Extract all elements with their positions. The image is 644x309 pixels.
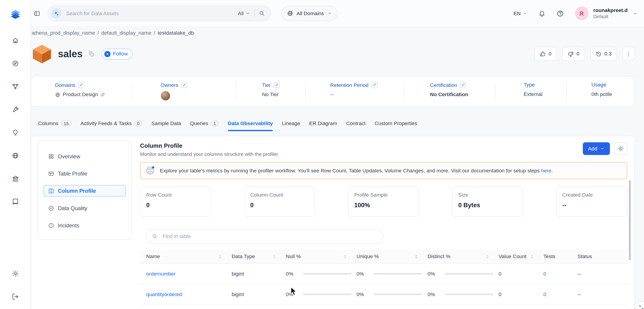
meta-divider xyxy=(566,81,567,102)
follow-star-icon xyxy=(104,51,110,57)
breadcrumb-service[interactable]: athena_prod_display_name xyxy=(32,30,95,36)
subnav-table-profile[interactable]: Table Profile xyxy=(44,168,126,179)
tab-custom-properties[interactable]: Custom Properties xyxy=(375,117,417,130)
data-assets-icon[interactable] xyxy=(12,83,19,90)
subnav-data-quality[interactable]: Data Quality xyxy=(44,202,126,214)
tab-badge: 15 xyxy=(61,120,72,127)
follow-button[interactable]: Follow xyxy=(102,48,133,60)
search-input[interactable] xyxy=(65,10,238,17)
tab-data-observability[interactable]: Data Observability xyxy=(228,117,273,130)
tab-label: Sample Data xyxy=(152,117,181,130)
column-name-link[interactable]: ordernumber xyxy=(146,271,176,276)
entity-tabs: Columns 15 Activity Feeds & Tasks 0 Samp… xyxy=(38,117,417,130)
sidebar-toggle-icon[interactable] xyxy=(34,10,40,17)
sort-icon xyxy=(530,254,534,259)
subnav-incidents[interactable]: Incidents xyxy=(44,220,126,231)
domain-link-icon[interactable] xyxy=(100,92,105,97)
breadcrumb-database[interactable]: default_display_name xyxy=(102,30,152,36)
upvote-button[interactable]: 0 xyxy=(534,47,557,61)
overview-grid-icon xyxy=(48,153,54,159)
subnav-label: Incidents xyxy=(58,222,79,228)
notifications-bell-icon[interactable] xyxy=(538,10,545,17)
panel-title: Column Profile xyxy=(140,142,278,149)
tier-label: Tier xyxy=(262,82,271,88)
app-logo[interactable] xyxy=(10,8,22,20)
downvote-button[interactable]: 0 xyxy=(562,47,585,61)
tab-er-diagram[interactable]: ER Diagram xyxy=(309,117,337,130)
find-in-table-input[interactable] xyxy=(162,233,377,240)
athena-service-icon xyxy=(31,43,53,65)
edit-domains-button[interactable] xyxy=(78,82,84,88)
tab-sample-data[interactable]: Sample Data xyxy=(152,117,181,130)
explore-icon[interactable] xyxy=(12,60,19,67)
search-divider xyxy=(254,10,255,17)
tab-label: Queries xyxy=(190,117,208,130)
column-header-unique-pct[interactable]: Unique % xyxy=(356,253,428,259)
tab-lineage[interactable]: Lineage xyxy=(282,117,300,130)
column-header-label: Status xyxy=(578,253,592,259)
domains-value[interactable]: Product Design xyxy=(63,92,98,97)
owners-label: Owners xyxy=(161,82,178,88)
scrollbar[interactable] xyxy=(629,180,631,260)
pct-value: 0% xyxy=(356,271,364,276)
stat-label: Row Count xyxy=(146,192,205,198)
domains-icon[interactable] xyxy=(12,152,19,159)
column-header-null-pct[interactable]: Null % xyxy=(286,253,356,259)
more-options-button[interactable] xyxy=(622,47,635,61)
tab-activity-feeds[interactable]: Activity Feeds & Tasks 0 xyxy=(80,117,142,130)
insights-icon[interactable] xyxy=(12,129,19,136)
global-search[interactable]: All xyxy=(48,6,271,22)
meta-domains: Domains Product Design xyxy=(55,82,106,98)
edit-owners-button[interactable] xyxy=(181,82,187,88)
all-domains-button[interactable]: All Domains xyxy=(281,6,337,21)
search-icon[interactable] xyxy=(259,10,265,16)
discovery-icon[interactable] xyxy=(12,106,19,113)
breadcrumb-schema[interactable]: testdatalake_db xyxy=(158,30,194,36)
subnav-label: Data Quality xyxy=(58,205,87,211)
glossary-icon[interactable] xyxy=(12,198,19,205)
collapse-panel-button[interactable] xyxy=(635,301,644,309)
tests-link[interactable]: 0 xyxy=(544,271,546,276)
add-button[interactable]: Add xyxy=(583,142,610,155)
meta-owners: Owners xyxy=(161,82,187,101)
user-menu[interactable]: R rounakpreet.d Default xyxy=(575,7,638,20)
language-dropdown[interactable]: EN xyxy=(514,11,527,16)
column-name-link[interactable]: quantityordered xyxy=(146,291,182,297)
table-search[interactable] xyxy=(146,229,384,244)
alert-circle-icon xyxy=(48,222,54,228)
tab-contract[interactable]: Contract xyxy=(346,117,366,130)
settings-icon[interactable] xyxy=(12,270,19,277)
column-header-label: Tests xyxy=(544,253,556,259)
banner-docs-link[interactable]: here. xyxy=(541,168,553,173)
home-icon[interactable] xyxy=(12,37,19,44)
column-profile-panel: Column Profile Monitor and understand yo… xyxy=(140,142,627,305)
stat-label: Column Count xyxy=(250,192,309,198)
edit-retention-button[interactable] xyxy=(371,82,377,88)
govern-icon[interactable] xyxy=(12,175,19,182)
column-header-value-count[interactable]: Value Count xyxy=(499,253,544,259)
panel-header: Column Profile Monitor and understand yo… xyxy=(140,142,627,157)
owner-avatar[interactable] xyxy=(161,91,170,101)
help-icon[interactable] xyxy=(556,10,564,17)
tests-link[interactable]: 0 xyxy=(544,291,546,297)
tab-queries[interactable]: Queries 1 xyxy=(190,117,219,130)
subnav-overview[interactable]: Overview xyxy=(44,150,126,162)
edit-tier-button[interactable] xyxy=(274,82,280,88)
stat-created-date: Created Date -- xyxy=(556,186,627,217)
profiler-settings-button[interactable] xyxy=(614,142,627,155)
subnav-column-profile[interactable]: Column Profile xyxy=(44,185,126,197)
tab-columns[interactable]: Columns 15 xyxy=(38,117,72,130)
column-header-data-type[interactable]: Data Type xyxy=(232,253,286,259)
copy-icon[interactable] xyxy=(88,51,94,57)
edit-certification-button[interactable] xyxy=(460,82,466,88)
column-header-distinct-pct[interactable]: Distinct % xyxy=(428,253,498,259)
logout-icon[interactable] xyxy=(12,293,19,300)
stat-value: 0 xyxy=(250,202,309,209)
column-header-name[interactable]: Name xyxy=(146,253,232,259)
domain-globe-icon xyxy=(55,92,60,97)
stat-profile-sample: Profile Sample 100% xyxy=(348,186,419,217)
column-header-tests[interactable]: Tests xyxy=(544,253,578,259)
search-scope-dropdown[interactable]: All xyxy=(238,11,250,16)
progress-bar xyxy=(303,273,352,274)
version-button[interactable]: 0.3 xyxy=(590,47,617,61)
